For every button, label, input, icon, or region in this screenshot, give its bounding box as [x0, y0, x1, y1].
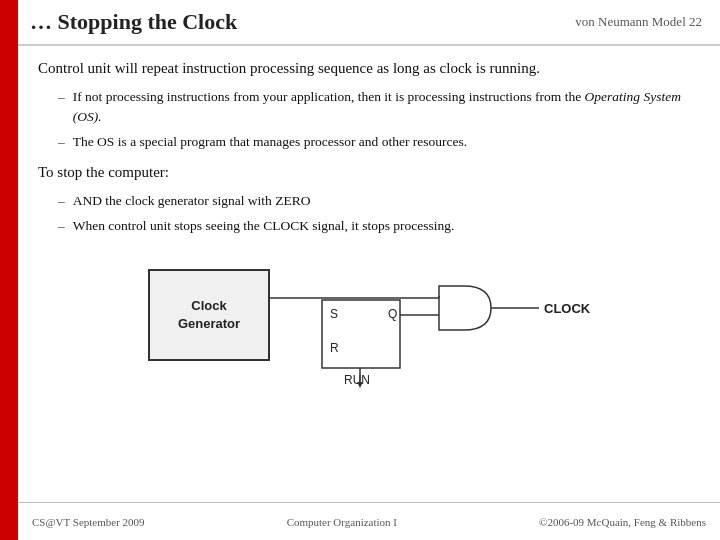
footer-center: Computer Organization I: [287, 516, 397, 528]
circuit-diagram: Clock Generator S Q R RUN: [129, 248, 609, 413]
svg-text:Q: Q: [388, 307, 397, 321]
badge-label: von Neumann Model: [575, 14, 685, 29]
bullet-text-4: When control unit stops seeing the CLOCK…: [73, 216, 700, 236]
bullet-text-1: If not processing instructions from your…: [73, 87, 700, 126]
page-title: … Stopping the Clock: [30, 9, 237, 35]
bullet-dash-4: –: [58, 216, 65, 236]
footer-left: CS@VT September 2009: [32, 516, 145, 528]
bullet-item-2: – The OS is a special program that manag…: [58, 132, 700, 152]
bullet-item-1: – If not processing instructions from yo…: [58, 87, 700, 126]
bullet-item-4: – When control unit stops seeing the CLO…: [58, 216, 700, 236]
bullet-section-2: – AND the clock generator signal with ZE…: [58, 191, 700, 236]
svg-rect-0: [149, 270, 269, 360]
bullet-item-3: – AND the clock generator signal with ZE…: [58, 191, 700, 211]
bullet-text-2: The OS is a special program that manages…: [73, 132, 700, 152]
svg-text:Generator: Generator: [178, 316, 240, 331]
left-red-bar: [0, 0, 18, 540]
footer: CS@VT September 2009 Computer Organizati…: [18, 502, 720, 540]
header-badge: von Neumann Model 22: [575, 14, 702, 30]
svg-text:R: R: [330, 341, 339, 355]
badge-number: 22: [689, 14, 702, 29]
diagram-svg: Clock Generator S Q R RUN: [129, 248, 609, 413]
svg-text:Clock: Clock: [191, 298, 227, 313]
bullet-dash-1: –: [58, 87, 65, 107]
footer-right: ©2006-09 McQuain, Feng & Ribbens: [539, 516, 706, 528]
section2-heading: To stop the computer:: [38, 164, 700, 181]
main-content: Control unit will repeat instruction pro…: [18, 46, 720, 502]
bullet-text-3: AND the clock generator signal with ZERO: [73, 191, 700, 211]
main-heading: Control unit will repeat instruction pro…: [38, 60, 700, 77]
svg-text:CLOCK: CLOCK: [544, 301, 591, 316]
bullet-dash-2: –: [58, 132, 65, 152]
header: … Stopping the Clock von Neumann Model 2…: [18, 0, 720, 46]
bullet-dash-3: –: [58, 191, 65, 211]
svg-text:S: S: [330, 307, 338, 321]
bullet-section-1: – If not processing instructions from yo…: [58, 87, 700, 152]
svg-text:RUN: RUN: [344, 373, 370, 387]
